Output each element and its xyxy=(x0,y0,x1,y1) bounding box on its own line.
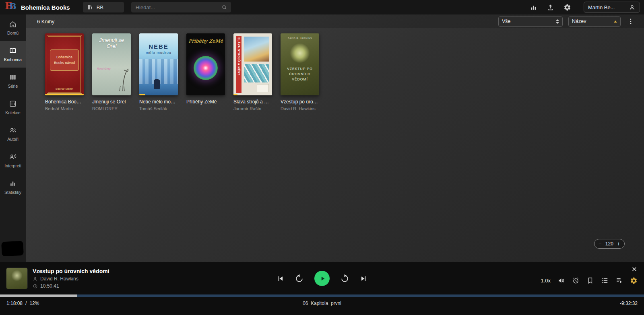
settings-button[interactable] xyxy=(562,2,572,12)
book-author: Bednář Martin xyxy=(45,106,84,111)
book-open-icon xyxy=(9,47,17,55)
skip-back-icon xyxy=(277,275,284,282)
collections-icon xyxy=(9,100,17,108)
cover-author-text: Romi Grey xyxy=(97,67,110,70)
book-count: 6 Knihy xyxy=(37,19,54,25)
sidebar-item-label: Domů xyxy=(7,31,19,35)
jump-backward-button[interactable] xyxy=(295,274,304,283)
top-bar: B B Bohemica Books BB Martin Be... xyxy=(0,0,644,14)
book-progress-bar xyxy=(233,94,237,95)
book-cover: Bohemica Books návod Bednář Martin xyxy=(45,33,84,95)
player-main-row: Vzestup po úrovních vědomí David R. Hawk… xyxy=(0,262,644,294)
person-icon xyxy=(33,276,38,282)
cover-subtitle-text: mělo modrou xyxy=(139,51,178,55)
elapsed-time: 1:18:08 / 12% xyxy=(6,301,127,306)
account-icon xyxy=(629,4,636,11)
sleep-timer-button[interactable] xyxy=(572,277,580,284)
book-author: Tomáš Sedlák xyxy=(139,106,178,111)
collage-image-top xyxy=(244,37,269,62)
sidebar-item-statistics[interactable]: Statistiky xyxy=(0,174,26,200)
zoom-level: 120 xyxy=(605,241,613,247)
book-author xyxy=(186,106,225,111)
book-grid: Bohemica Books návod Bednář Martin Bohem… xyxy=(26,28,644,111)
sort-dropdown[interactable]: Název xyxy=(568,16,621,27)
spiral-illustration xyxy=(194,56,218,80)
library-switcher[interactable]: BB xyxy=(83,2,124,12)
book-title: Vzestup po úrovní... xyxy=(281,99,319,105)
gear-icon xyxy=(564,4,571,11)
zoom-in-button[interactable]: + xyxy=(617,241,620,247)
cover-title-text: VZESTUP PO ÚROVNÍCH VĚDOMÍ xyxy=(284,66,316,82)
player-settings-button[interactable] xyxy=(630,277,638,284)
book-card[interactable]: SLÁVA STROJŮ A MĚST Sláva strojů a měst … xyxy=(233,33,272,111)
sidebar-item-collections[interactable]: Kolekce xyxy=(0,94,26,121)
volume-button[interactable] xyxy=(557,277,565,284)
close-player-button[interactable] xyxy=(631,266,638,272)
book-cover: SLÁVA STROJŮ A MĚST xyxy=(233,33,272,95)
person-illustration xyxy=(154,79,160,89)
home-icon xyxy=(9,20,17,28)
zoom-out-button[interactable]: − xyxy=(599,241,602,247)
filter-dropdown[interactable]: Vše xyxy=(498,16,563,27)
sidebar-item-series[interactable]: Série xyxy=(0,68,26,94)
book-card[interactable]: Bohemica Books návod Bednář Martin Bohem… xyxy=(45,33,84,111)
book-card[interactable]: Příběhy ZeMě Příběhy ZeMě xyxy=(186,33,225,111)
cover-title-text: SLÁVA STROJŮ A MĚST xyxy=(237,37,240,93)
remaining-time: -9:32:32 xyxy=(517,301,638,306)
current-chapter: 06_Kapitola_prvni xyxy=(127,301,517,306)
book-card[interactable]: DAVID R. HAWKINS VZESTUP PO ÚROVNÍCH VĚD… xyxy=(281,33,319,111)
player-info: Vzestup po úrovních vědomí David R. Hawk… xyxy=(33,268,109,289)
player-duration-row: 10:50:41 xyxy=(33,283,109,289)
sidebar-item-library[interactable]: Knihovna xyxy=(0,41,26,68)
queue-button[interactable] xyxy=(615,277,623,284)
sidebar-item-home[interactable]: Domů xyxy=(0,14,26,41)
columns-icon xyxy=(9,73,17,81)
player-time-row: 1:18:08 / 12% 06_Kapitola_prvni -9:32:32 xyxy=(0,297,644,306)
book-title: Sláva strojů a měst xyxy=(233,99,272,105)
fast-forward-icon xyxy=(340,274,349,283)
voice-icon xyxy=(9,153,17,161)
search-input[interactable] xyxy=(135,4,221,11)
playback-speed-button[interactable]: 1.0x xyxy=(541,278,551,284)
sidebar-item-label: Kolekce xyxy=(5,110,20,115)
app-title: Bohemica Books xyxy=(21,4,70,11)
book-author: David R. Hawkins xyxy=(281,106,319,111)
player-right-controls: 1.0x xyxy=(541,266,638,284)
elapsed-value: 1:18:08 xyxy=(6,301,23,306)
next-chapter-button[interactable] xyxy=(360,275,367,282)
audio-player: Vzestup po úrovních vědomí David R. Hawk… xyxy=(0,262,644,315)
book-cover: NEBE mělo modrou xyxy=(139,33,178,95)
book-progress-bar xyxy=(139,94,145,95)
player-duration: 10:50:41 xyxy=(40,283,59,289)
book-card[interactable]: NEBE mělo modrou Nebe mělo modrou Tomáš … xyxy=(139,33,178,111)
search-icon xyxy=(221,4,227,10)
sort-ascending-icon xyxy=(614,21,617,23)
player-option-buttons: 1.0x xyxy=(541,277,638,284)
queue-icon xyxy=(615,277,623,284)
redacted-region xyxy=(1,241,24,257)
previous-chapter-button[interactable] xyxy=(277,275,284,282)
more-options-button[interactable] xyxy=(626,18,635,25)
user-menu[interactable]: Martin Be... xyxy=(584,2,640,13)
sidebar-item-label: Interpreti xyxy=(4,163,21,168)
sidebar-item-authors[interactable]: Autoři xyxy=(0,121,26,147)
bookmark-button[interactable] xyxy=(586,277,594,284)
jump-forward-button[interactable] xyxy=(340,274,349,283)
seek-bar[interactable] xyxy=(0,294,644,297)
playback-controls xyxy=(277,271,367,286)
elapsed-separator: / xyxy=(25,301,27,306)
book-title: Bohemica Books ... xyxy=(45,99,84,105)
stats-icon xyxy=(530,4,537,11)
cover-size-control: − 120 + xyxy=(594,239,625,249)
sidebar-item-narrators[interactable]: Interpreti xyxy=(0,147,26,174)
search-box xyxy=(131,2,231,12)
book-card[interactable]: Jmenuji se Orel Romi Grey Jmenuji se Ore… xyxy=(92,33,131,111)
book-title: Příběhy ZeMě xyxy=(186,99,225,105)
skip-forward-icon xyxy=(360,275,367,282)
player-cover-thumbnail[interactable] xyxy=(6,268,27,289)
upload-button[interactable] xyxy=(545,2,555,12)
cover-title-text: NEBE xyxy=(139,43,178,50)
chapters-button[interactable] xyxy=(601,277,609,284)
play-button[interactable] xyxy=(314,271,330,286)
stats-button[interactable] xyxy=(528,2,539,12)
